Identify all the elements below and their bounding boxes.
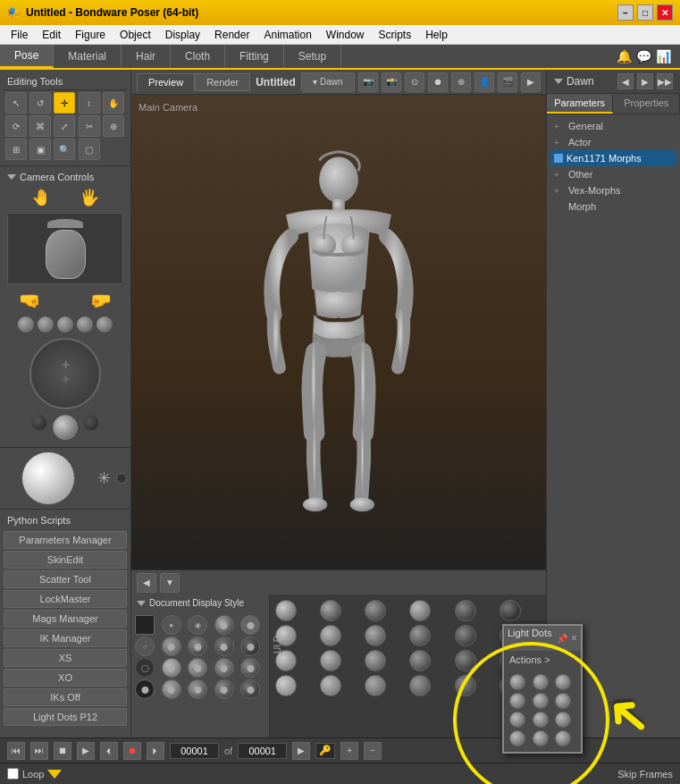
left-hand-icon[interactable]: 🤚 — [31, 188, 51, 207]
btn-lockmaster[interactable]: LockMaster — [4, 590, 127, 608]
btn-scatter-tool[interactable]: Scatter Tool — [4, 570, 127, 588]
menu-help[interactable]: Help — [418, 27, 455, 43]
btn-parameters-manager[interactable]: Parameters Manager — [4, 531, 127, 549]
popup-dot-8[interactable] — [533, 712, 549, 728]
dds-sphere-19[interactable] — [275, 675, 297, 696]
tl-stop-btn[interactable]: ⏹ — [54, 742, 71, 760]
right-arm-icon[interactable]: 🤛 — [89, 290, 112, 311]
popup-close-button[interactable]: × — [571, 632, 577, 645]
tl-play-btn[interactable]: ▶ — [77, 742, 95, 760]
cam-dot-dark-2[interactable] — [83, 415, 99, 431]
dds-sphere-3[interactable] — [365, 600, 386, 621]
btn-xo[interactable]: XO — [4, 669, 127, 687]
param-morph[interactable]: Morph — [550, 198, 676, 215]
vp-bot-arrow-down[interactable]: ▼ — [160, 573, 180, 593]
tab-fitting[interactable]: Fitting — [225, 45, 284, 68]
menu-object[interactable]: Object — [113, 27, 158, 43]
rtab-parameters[interactable]: Parameters — [547, 94, 614, 114]
loop-triangle-icon[interactable] — [47, 770, 62, 779]
btn-skinedit[interactable]: SkinEdit — [4, 551, 127, 569]
tool-move[interactable]: ✛ — [54, 92, 75, 114]
tool-grid[interactable]: ⊞ — [5, 139, 27, 160]
dds-icon-9[interactable]: ⬤ — [214, 636, 234, 656]
tool-box[interactable]: ▣ — [29, 139, 51, 160]
tool-twist[interactable]: ⟳ — [5, 115, 27, 137]
popup-dot-11[interactable] — [533, 730, 549, 746]
dds-sphere-10[interactable] — [409, 625, 431, 646]
menu-figure[interactable]: Figure — [68, 27, 113, 43]
dds-sphere-17[interactable] — [455, 650, 476, 671]
dds-sphere-16[interactable] — [409, 650, 431, 671]
dds-icon-10[interactable]: ⬤ — [240, 636, 260, 656]
dds-icon-19[interactable]: ⬤ — [214, 679, 234, 699]
tab-setup[interactable]: Setup — [284, 45, 341, 68]
btn-iks-off[interactable]: IKs Off — [4, 688, 127, 706]
left-arm-icon[interactable]: 🤜 — [19, 290, 41, 311]
btn-light-dots-p12[interactable]: Light Dots P12 — [4, 708, 127, 726]
vp-camera-btn[interactable]: 📷 — [358, 72, 378, 92]
dds-sphere-6[interactable] — [500, 600, 521, 621]
popup-dot-5[interactable] — [533, 693, 549, 709]
tl-add-btn[interactable]: + — [340, 742, 358, 760]
vp-bot-arrow-left[interactable]: ◀ — [137, 573, 156, 593]
menu-file[interactable]: File — [4, 27, 35, 43]
tool-scale[interactable]: ↕ — [79, 92, 100, 114]
dds-icon-14[interactable]: ⬤ — [214, 658, 234, 678]
btn-xs[interactable]: XS — [4, 649, 127, 667]
tool-crosshair[interactable]: ⊕ — [103, 115, 124, 137]
vp-circle-btn[interactable]: ⊙ — [405, 72, 424, 92]
ctrl-dot-4[interactable] — [77, 316, 93, 333]
tl-prev-btn[interactable]: ⏭ — [30, 742, 48, 760]
popup-dot-9[interactable] — [555, 712, 571, 728]
popup-dot-10[interactable] — [509, 730, 525, 746]
popup-pin-icon[interactable]: 📌 — [557, 634, 567, 644]
dds-icon-6[interactable]: ○ — [135, 636, 155, 656]
tl-sub-btn[interactable]: − — [364, 742, 382, 760]
dds-icon-17[interactable]: ⬤ — [162, 679, 181, 699]
tool-rotate[interactable]: ↺ — [29, 92, 51, 114]
menu-scripts[interactable]: Scripts — [372, 27, 419, 43]
maximize-button[interactable]: □ — [637, 4, 653, 21]
chat-icon[interactable]: 💬 — [634, 46, 653, 66]
param-general[interactable]: + General — [550, 118, 676, 134]
cam-dot-large[interactable] — [53, 415, 78, 440]
tl-prev-frame[interactable]: ⏴ — [100, 742, 118, 760]
popup-dot-3[interactable] — [555, 674, 571, 690]
dds-sphere-4[interactable] — [409, 600, 431, 621]
dds-icon-2[interactable]: ● — [162, 615, 181, 635]
bell-icon[interactable]: 🔔 — [614, 46, 634, 66]
vp-snapshot-btn[interactable]: 📸 — [382, 72, 401, 92]
param-actor[interactable]: + Actor — [550, 134, 676, 150]
dds-icon-20[interactable]: ⬤ — [240, 679, 260, 699]
tool-resize[interactable]: ⤢ — [54, 115, 75, 137]
tool-cut[interactable]: ✂ — [79, 115, 100, 137]
btn-ik-manager[interactable]: IK Manager — [4, 629, 127, 647]
tab-material[interactable]: Material — [54, 45, 122, 68]
vp-dawn-dropdown[interactable]: ▾ Dawn — [301, 72, 355, 92]
cam-dot-dark-1[interactable] — [31, 415, 47, 431]
dds-icon-1[interactable] — [135, 615, 155, 635]
dds-icon-12[interactable]: ⬤ — [162, 658, 181, 678]
dds-icon-5[interactable]: ⬤ — [240, 615, 260, 635]
chart-icon[interactable]: 📊 — [653, 46, 673, 66]
camera-collapse-icon[interactable] — [7, 174, 16, 180]
rtab-properties[interactable]: Properties — [613, 94, 680, 114]
dds-icon-16[interactable]: ⬤ — [135, 679, 155, 699]
close-button[interactable]: ✕ — [657, 4, 673, 21]
btn-mags-manager[interactable]: Mags Manager — [4, 610, 127, 628]
tl-current-frame[interactable] — [170, 743, 219, 759]
ctrl-dot-1[interactable] — [18, 316, 34, 333]
panel-nav-right[interactable]: ▶ — [637, 73, 653, 89]
light-ball[interactable] — [21, 451, 75, 505]
tool-frame[interactable]: ▢ — [79, 139, 100, 160]
dds-icon-13[interactable]: ⬤ — [188, 658, 207, 678]
dds-sphere-9[interactable] — [365, 625, 386, 646]
vp-crosshair-btn[interactable]: ⊕ — [451, 72, 471, 92]
tool-morph[interactable]: ⌘ — [29, 115, 51, 137]
dds-sphere-15[interactable] — [365, 650, 386, 671]
param-vex-morphs[interactable]: + Vex-Morphs — [550, 182, 676, 198]
dds-icon-8[interactable]: ⬤ — [188, 636, 207, 656]
tab-preview[interactable]: Preview — [137, 73, 195, 91]
dds-icon-4[interactable]: ⬤ — [214, 615, 234, 635]
tl-play-btn-2[interactable]: ▶ — [292, 742, 310, 760]
